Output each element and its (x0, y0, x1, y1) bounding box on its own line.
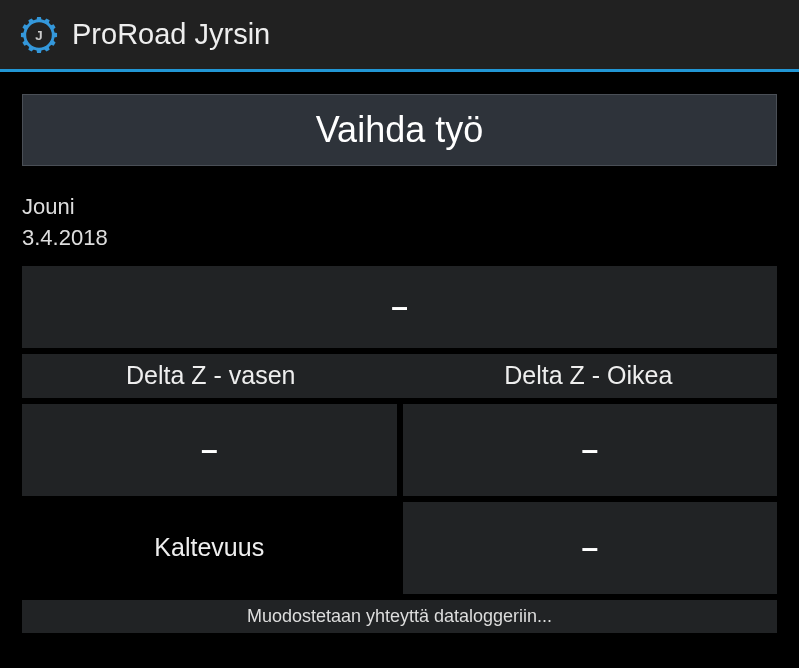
kaltevuus-value: – (581, 531, 598, 565)
change-job-button[interactable]: Vaihda työ (22, 94, 777, 166)
svg-text:J: J (35, 27, 42, 42)
job-info: Jouni 3.4.2018 (22, 188, 777, 266)
top-value-panel: – (22, 266, 777, 348)
kaltevuus-panel: – (403, 502, 778, 594)
kaltevuus-row: Kaltevuus – (22, 502, 777, 594)
app-title: ProRoad Jyrsin (72, 18, 270, 51)
status-bar: Muodostetaan yhteyttä dataloggeriin... (22, 600, 777, 633)
app-logo-icon: J (20, 16, 58, 54)
delta-left-label: Delta Z - vasen (22, 354, 400, 398)
delta-left-value: – (201, 433, 218, 467)
delta-right-label: Delta Z - Oikea (400, 354, 778, 398)
delta-left-panel: – (22, 404, 397, 496)
main-content: Vaihda työ Jouni 3.4.2018 – Delta Z - va… (0, 72, 799, 655)
job-date: 3.4.2018 (22, 223, 777, 254)
kaltevuus-label: Kaltevuus (22, 502, 397, 594)
delta-values-row: – – (22, 404, 777, 496)
delta-right-panel: – (403, 404, 778, 496)
user-name: Jouni (22, 192, 777, 223)
delta-right-value: – (581, 433, 598, 467)
app-header: J ProRoad Jyrsin (0, 0, 799, 72)
top-value: – (391, 290, 408, 324)
delta-labels-row: Delta Z - vasen Delta Z - Oikea (22, 354, 777, 398)
